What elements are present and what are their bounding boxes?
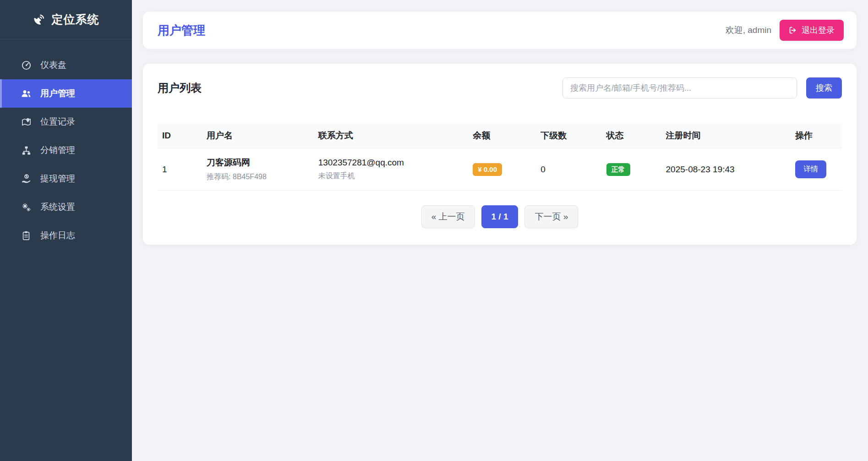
cell-status: 正常 <box>602 148 661 191</box>
panel-title: 用户列表 <box>158 81 202 95</box>
cell-username: 刀客源码网 推荐码: 8B45F498 <box>202 148 314 191</box>
sidebar-item-label: 提现管理 <box>40 173 75 185</box>
column-header-registered: 注册时间 <box>661 123 791 148</box>
app-logo: 定位系统 <box>0 0 132 39</box>
satellite-dish-icon <box>33 13 45 26</box>
main-content: 用户管理 欢迎, admin 退出登录 用户列表 <box>132 0 868 461</box>
app-title: 定位系统 <box>52 12 99 27</box>
sidebar-item-label: 操作日志 <box>40 230 75 241</box>
sign-out-icon <box>789 26 797 34</box>
hand-dollar-icon <box>20 174 32 184</box>
column-header-username: 用户名 <box>202 123 314 148</box>
welcome-text: 欢迎, admin <box>726 24 771 36</box>
cell-id: 1 <box>158 148 202 191</box>
table-row: 1 刀客源码网 推荐码: 8B45F498 1302357281@qq.com … <box>158 148 842 191</box>
cell-balance: ¥ 0.00 <box>468 148 536 191</box>
column-header-subordinates: 下级数 <box>536 123 601 148</box>
sidebar-item-dashboard[interactable]: 仪表盘 <box>0 51 132 79</box>
sidebar-item-label: 位置记录 <box>40 116 75 128</box>
clipboard-icon <box>20 230 32 241</box>
cell-subordinates: 0 <box>536 148 601 191</box>
table-header-row: ID 用户名 联系方式 余额 下级数 状态 注册时间 操作 <box>158 123 842 148</box>
sidebar-item-withdrawals[interactable]: 提现管理 <box>0 165 132 193</box>
current-page-indicator[interactable]: 1 / 1 <box>481 205 519 228</box>
next-page-button[interactable]: 下一页 » <box>524 205 578 228</box>
gauge-icon <box>20 60 32 71</box>
logout-button[interactable]: 退出登录 <box>780 20 844 41</box>
pagination: « 上一页 1 / 1 下一页 » <box>158 205 842 228</box>
page-title: 用户管理 <box>158 22 205 38</box>
sidebar-item-label: 系统设置 <box>40 201 75 213</box>
column-header-actions: 操作 <box>791 123 842 148</box>
cell-actions: 详情 <box>791 148 842 191</box>
sidebar-item-settings[interactable]: 系统设置 <box>0 193 132 221</box>
search-input[interactable] <box>562 77 797 99</box>
users-icon <box>20 88 32 99</box>
sitemap-icon <box>20 145 32 156</box>
topbar-right: 欢迎, admin 退出登录 <box>726 20 844 41</box>
sidebar-item-users[interactable]: 用户管理 <box>0 79 132 108</box>
sidebar-item-distribution[interactable]: 分销管理 <box>0 136 132 165</box>
sidebar-item-label: 用户管理 <box>40 88 75 99</box>
balance-badge: ¥ 0.00 <box>473 163 502 176</box>
search-group: 搜索 <box>562 77 842 99</box>
search-button[interactable]: 搜索 <box>806 77 842 99</box>
column-header-status: 状态 <box>602 123 661 148</box>
referral-code-text: 推荐码: 8B45F498 <box>207 172 309 182</box>
column-header-contact: 联系方式 <box>314 123 469 148</box>
sidebar-item-logs[interactable]: 操作日志 <box>0 221 132 250</box>
sidebar-item-label: 分销管理 <box>40 144 75 156</box>
cell-registered: 2025-08-23 19:43 <box>661 148 791 191</box>
prev-page-button[interactable]: « 上一页 <box>421 205 475 228</box>
app-window: 定位系统 仪表盘 <box>0 0 868 461</box>
logout-button-label: 退出登录 <box>802 25 835 36</box>
panel-header: 用户列表 搜索 <box>158 77 842 99</box>
sidebar-item-label: 仪表盘 <box>40 59 66 71</box>
users-table: ID 用户名 联系方式 余额 下级数 状态 注册时间 操作 1 刀客源码网 <box>158 123 842 191</box>
detail-button[interactable]: 详情 <box>795 160 826 178</box>
phone-text: 未设置手机 <box>318 171 464 181</box>
map-marker-icon <box>20 117 32 127</box>
column-header-balance: 余额 <box>468 123 536 148</box>
column-header-id: ID <box>158 123 202 148</box>
username-text: 刀客源码网 <box>207 157 309 169</box>
gears-icon <box>20 202 32 213</box>
sidebar: 定位系统 仪表盘 <box>0 0 132 461</box>
user-list-panel: 用户列表 搜索 ID 用户名 联系方式 余额 <box>143 64 857 245</box>
sidebar-nav: 仪表盘 用户管理 <box>0 39 132 250</box>
status-badge: 正常 <box>606 163 630 176</box>
cell-contact: 1302357281@qq.com 未设置手机 <box>314 148 469 191</box>
topbar: 用户管理 欢迎, admin 退出登录 <box>143 11 857 49</box>
sidebar-item-locations[interactable]: 位置记录 <box>0 108 132 136</box>
email-text: 1302357281@qq.com <box>318 158 464 168</box>
